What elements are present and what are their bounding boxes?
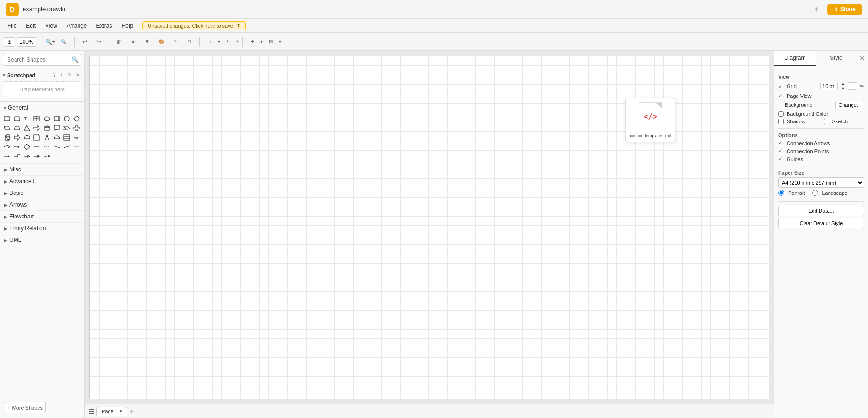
tab-style[interactable]: Style — [816, 51, 857, 66]
shape-text[interactable]: T — [23, 114, 31, 123]
scratchpad-close-button[interactable]: ✕ — [74, 72, 81, 79]
tab-diagram[interactable]: Diagram — [774, 51, 816, 66]
redo-button[interactable]: ↪ — [93, 36, 105, 48]
waypoint-button[interactable]: ⤷ — [222, 36, 234, 48]
zoom-control[interactable]: ⊞ — [4, 37, 15, 47]
shape-chevron[interactable] — [63, 124, 71, 132]
zoom-in-button[interactable]: 🔍+ — [44, 36, 56, 48]
shape-process[interactable] — [53, 114, 61, 123]
shape-parallelogram[interactable] — [3, 124, 11, 132]
section-flowchart[interactable]: ▶ Flowchart — [0, 210, 84, 222]
section-arrows[interactable]: ▶ Arrows — [0, 199, 84, 210]
shape-rect[interactable] — [3, 114, 11, 123]
shape-trapezoid[interactable] — [13, 124, 21, 132]
delete-button[interactable]: 🗑 — [113, 36, 125, 48]
shape-half-circle[interactable] — [53, 133, 61, 142]
share-button[interactable]: ⬆ Share — [827, 4, 862, 15]
page-tab-1[interactable]: Page-1 ▾ — [96, 407, 127, 416]
menu-help[interactable]: Help — [118, 21, 137, 31]
section-misc[interactable]: ▶ Misc — [0, 163, 84, 175]
more-shapes-button[interactable]: + More Shapes — [5, 402, 46, 413]
insert-button[interactable]: + — [246, 36, 259, 48]
shape-triangle[interactable] — [23, 124, 31, 132]
to-front-button[interactable]: ▲ — [127, 36, 139, 48]
shape-arrow3[interactable] — [3, 143, 11, 151]
table-button[interactable]: ⊞ — [265, 36, 277, 48]
shape-table2[interactable] — [63, 133, 71, 142]
shadow-button[interactable]: □ — [183, 36, 196, 48]
grid-color-swatch[interactable] — [848, 82, 857, 90]
menu-extras[interactable]: Extras — [93, 21, 116, 31]
section-general[interactable]: ▾ General — [0, 102, 84, 113]
shape-person[interactable] — [43, 133, 51, 142]
shape-right-arrow[interactable] — [32, 124, 41, 132]
shape-arrow-right-2[interactable] — [13, 133, 21, 142]
grid-value-input[interactable] — [820, 82, 838, 90]
clear-default-style-button[interactable]: Clear Default Style — [778, 218, 864, 228]
fill-color-button[interactable]: 🎨 — [155, 36, 167, 48]
shape-rect-rounded[interactable] — [13, 114, 21, 123]
background-color-checkbox[interactable] — [778, 111, 784, 117]
shape-arr1[interactable] — [3, 152, 11, 161]
shape-note[interactable] — [32, 133, 41, 142]
paper-size-select[interactable]: A4 (210 mm x 297 mm) A3 Letter Legal Cus… — [778, 177, 864, 188]
section-basic[interactable]: ▶ Basic — [0, 187, 84, 199]
connection-style-button[interactable]: → — [204, 36, 216, 48]
section-advanced[interactable]: ▶ Advanced — [0, 175, 84, 187]
grid-edit-icon[interactable]: ✏ — [860, 83, 864, 89]
shape-diamond[interactable] — [72, 114, 81, 123]
menu-edit[interactable]: Edit — [22, 21, 39, 31]
menu-arrange[interactable]: Arrange — [63, 21, 91, 31]
shape-line5[interactable] — [72, 143, 81, 151]
shape-cylinder[interactable] — [43, 124, 51, 132]
shape-arr5[interactable] — [43, 152, 51, 161]
shape-cloud[interactable] — [23, 133, 31, 142]
shape-cross[interactable] — [72, 124, 81, 132]
shape-line4[interactable] — [63, 143, 71, 151]
undo-button[interactable]: ↩ — [79, 36, 91, 48]
unsaved-badge[interactable]: Unsaved changes. Click here to save. ⬆ — [142, 21, 246, 30]
menu-file[interactable]: File — [4, 21, 20, 31]
scratchpad-add-button[interactable]: + — [59, 72, 64, 79]
page-menu-button[interactable]: ☰ — [88, 408, 95, 415]
shape-circle[interactable] — [63, 114, 71, 123]
section-uml[interactable]: ▶ UML — [0, 234, 84, 246]
conn-points-check-icon: ✓ — [778, 148, 784, 154]
shape-callout[interactable] — [53, 124, 61, 132]
app-title: example.drawio — [23, 6, 65, 13]
edit-data-button[interactable]: Edit Data... — [778, 206, 864, 216]
shape-line2[interactable] — [43, 143, 51, 151]
section-basic-label: Basic — [9, 190, 23, 196]
sketch-checkbox[interactable] — [824, 119, 829, 124]
general-arrow: ▾ — [4, 105, 6, 111]
search-input[interactable] — [3, 54, 81, 66]
grid-up-icon[interactable]: ▲▼ — [841, 81, 845, 91]
zoom-out-button[interactable]: 🔍- — [58, 36, 71, 48]
shape-diamond2[interactable] — [23, 143, 31, 151]
section-entity-relation[interactable]: ▶ Entity Relation — [0, 222, 84, 234]
to-back-button[interactable]: ▼ — [141, 36, 153, 48]
separator-5 — [242, 37, 243, 47]
shape-table[interactable] — [32, 114, 41, 123]
shape-arrow4[interactable] — [13, 143, 21, 151]
shape-cube[interactable] — [3, 133, 11, 142]
portrait-radio[interactable] — [778, 190, 784, 196]
shadow-checkbox[interactable] — [778, 119, 784, 124]
landscape-radio[interactable] — [812, 190, 818, 196]
shape-ellipse[interactable] — [43, 114, 51, 123]
change-button[interactable]: Change... — [835, 101, 864, 109]
scratchpad-edit-button[interactable]: ✎ — [66, 72, 73, 79]
menu-view[interactable]: View — [41, 21, 61, 31]
add-page-button[interactable]: + — [129, 407, 134, 416]
zoom-level[interactable]: 100% — [17, 37, 36, 47]
shape-line3[interactable] — [53, 143, 61, 151]
line-color-button[interactable]: ✏ — [169, 36, 181, 48]
scratchpad-help-button[interactable]: ? — [51, 72, 57, 79]
shape-text2[interactable]: Aa — [72, 133, 81, 142]
shape-arr4[interactable] — [32, 152, 41, 161]
panel-close-button[interactable]: ✕ — [857, 51, 868, 66]
shape-arr2[interactable] — [13, 152, 21, 161]
paper-size-section-title: Paper Size — [778, 170, 864, 176]
shape-arr3[interactable] — [23, 152, 31, 161]
shape-line1[interactable] — [32, 143, 41, 151]
